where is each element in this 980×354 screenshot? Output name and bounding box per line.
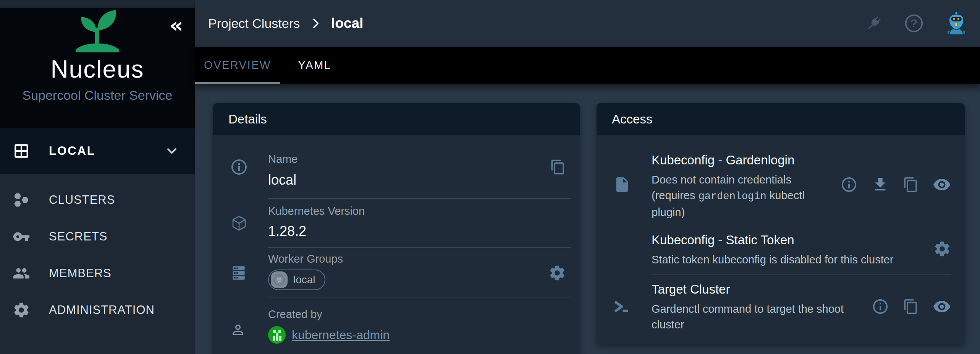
copy-icon: [903, 177, 919, 193]
name-value: local: [268, 172, 580, 188]
sidebar-item-secrets[interactable]: SECRETS: [0, 218, 195, 255]
name-label: Name: [268, 153, 580, 166]
logo-block: « Nucleus Supercool Cluster Service: [0, 8, 195, 128]
target-cluster-view-button[interactable]: [933, 297, 951, 316]
tab-bar: OVERVIEW YAML: [195, 47, 980, 84]
breadcrumb-project[interactable]: Project Clusters: [208, 16, 300, 31]
info-circle-icon: [230, 158, 248, 176]
help-icon: ?: [904, 13, 924, 34]
server-stack-icon: [230, 264, 247, 282]
detail-row-created-by: Created by: [213, 297, 580, 354]
active-tab-indicator: [195, 82, 280, 84]
static-token-actions: [933, 240, 951, 258]
tab-overview[interactable]: OVERVIEW: [195, 47, 280, 84]
sidebar-item-label: MEMBERS: [49, 266, 112, 280]
gardenlogin-info-button[interactable]: [840, 176, 858, 193]
eye-icon: [933, 175, 951, 194]
gardenlogin-view-button[interactable]: [933, 175, 951, 194]
members-icon: [13, 265, 30, 282]
target-cluster-title: Target Cluster: [652, 282, 965, 297]
static-token-settings-button[interactable]: [933, 240, 951, 258]
worker-group-chip[interactable]: local: [268, 270, 325, 290]
chevron-right-icon: [309, 17, 322, 30]
sidebar-item-administration[interactable]: ADMINISTRATION: [0, 292, 195, 328]
project-selector[interactable]: LOCAL: [0, 128, 195, 174]
key-icon: [13, 228, 30, 245]
gear-icon: [933, 240, 951, 258]
gardenlogin-copy-button[interactable]: [903, 177, 919, 193]
help-button[interactable]: ?: [904, 13, 924, 34]
access-row-target-cluster: Target Cluster Gardenctl command to targ…: [597, 275, 965, 344]
robot-avatar: [944, 11, 969, 36]
info-icon: [840, 176, 858, 193]
k8s-version-value: 1.28.2: [268, 223, 580, 239]
main-area: Project Clusters local: [195, 0, 980, 354]
topbar: Project Clusters local: [195, 0, 980, 47]
connection-plug-button[interactable]: [864, 13, 884, 33]
app-title: Nucleus: [0, 55, 195, 83]
created-by-label: Created by: [268, 308, 580, 321]
detail-row-name: Name local: [213, 135, 580, 199]
file-icon: [613, 176, 631, 193]
seedling-logo-icon: [73, 8, 122, 54]
target-cluster-info-button[interactable]: [872, 298, 889, 315]
clusters-icon: [13, 191, 30, 209]
user-avatar-button[interactable]: [944, 11, 969, 36]
worker-groups-label: Worker Groups: [268, 253, 580, 265]
tab-yaml-label: YAML: [298, 59, 332, 71]
gardenlogin-title: Kubeconfig - Gardenlogin: [652, 153, 965, 167]
plug-icon: [864, 13, 884, 33]
sidebar-collapse-button[interactable]: «: [170, 15, 183, 36]
gardenlogin-download-button[interactable]: [872, 176, 889, 193]
grid-icon: [13, 142, 30, 160]
access-card-title: Access: [612, 112, 652, 127]
details-card-title: Details: [228, 112, 267, 127]
target-cluster-copy-button[interactable]: [903, 299, 919, 315]
gear-icon: [13, 301, 30, 319]
created-by-user-link[interactable]: kubernetes-admin: [292, 328, 390, 342]
terminal-icon: [613, 298, 630, 315]
svg-text:?: ?: [911, 17, 917, 29]
inline-code: gardenlogin: [699, 191, 767, 202]
sidebar-item-label: CLUSTERS: [49, 193, 115, 207]
static-token-title: Kubeconfig - Static Token: [652, 233, 965, 247]
copy-icon: [550, 159, 566, 175]
app-window: « Nucleus Supercool Cluster Service LOCA…: [0, 0, 980, 354]
k8s-version-label: Kubernetes Version: [268, 205, 580, 218]
tab-overview-label: OVERVIEW: [204, 59, 271, 71]
worker-group-chip-label: local: [293, 274, 315, 286]
topbar-actions: ?: [864, 0, 969, 47]
info-icon: [872, 298, 889, 315]
eye-icon: [933, 297, 951, 316]
worker-groups-settings-button[interactable]: [548, 264, 566, 282]
sidebar-item-label: ADMINISTRATION: [49, 303, 155, 317]
cube-icon: [230, 214, 248, 233]
sidebar: « Nucleus Supercool Cluster Service LOCA…: [0, 0, 195, 354]
sidebar-item-clusters[interactable]: CLUSTERS: [0, 182, 195, 218]
gardenlogin-description: Does not contain credentials (requires g…: [652, 172, 831, 220]
copy-icon: [903, 299, 919, 315]
sidebar-item-members[interactable]: MEMBERS: [0, 255, 195, 292]
page-content: Details Name local: [195, 84, 980, 354]
gardenlogin-actions: [840, 175, 951, 194]
worker-group-avatar: [270, 271, 288, 289]
access-card: Access Kubeconfig - Gardenlogin Does not…: [597, 103, 965, 344]
sidebar-nav: CLUSTERS SECRETS MEMBERS ADMINISTRATION: [0, 174, 195, 328]
tab-yaml[interactable]: YAML: [280, 47, 349, 84]
sidebar-item-label: SECRETS: [49, 230, 107, 244]
gear-icon: [548, 264, 566, 282]
copy-name-button[interactable]: [550, 159, 566, 175]
target-cluster-actions: [872, 297, 951, 316]
target-cluster-description: Gardenctl command to target the shoot cl…: [652, 301, 865, 333]
access-card-header: Access: [597, 103, 965, 135]
access-row-static-token: Kubeconfig - Static Token Static token k…: [597, 223, 965, 275]
person-icon: [230, 322, 246, 338]
access-row-gardenlogin: Kubeconfig - Gardenlogin Does not contai…: [597, 135, 965, 223]
chevron-down-icon: [163, 143, 180, 159]
details-card: Details Name local: [213, 103, 580, 354]
static-token-description: Static token kubeconfig is disabled for …: [652, 252, 927, 268]
project-selector-label: LOCAL: [49, 144, 95, 158]
detail-row-k8s-version: Kubernetes Version 1.28.2: [213, 199, 580, 248]
download-icon: [872, 176, 889, 193]
breadcrumb-current: local: [331, 15, 363, 31]
